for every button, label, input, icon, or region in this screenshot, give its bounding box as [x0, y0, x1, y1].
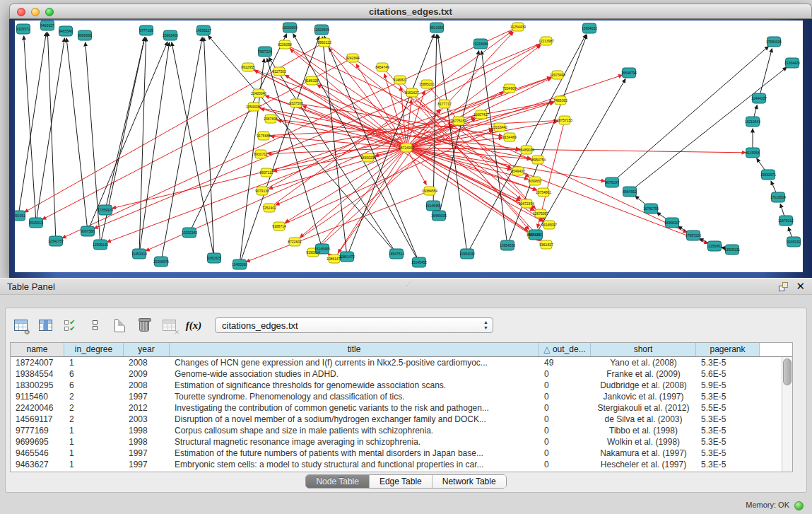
tab-network-table[interactable]: Network Table — [433, 475, 506, 488]
table-cell-short: de Silva et al. (2003) — [591, 414, 696, 425]
table-panel-header: Table Panel — [0, 278, 812, 295]
graph-node-label: 8813054 — [430, 25, 444, 30]
table-cell-pagerank: 5.6E-5 — [696, 368, 760, 380]
network-window: citations_edges.txt 18724007183002951938… — [9, 4, 812, 278]
graph-node-label: 9154469 — [502, 135, 517, 139]
graph-node-label: 9465546 — [59, 29, 73, 33]
table-cell-pagerank: 5.3E-5 — [696, 357, 760, 368]
column-header-in_degree[interactable]: in_degree — [64, 343, 124, 356]
table-cell-out_degree: 0 — [539, 391, 591, 402]
table-cell-year: 1997 — [124, 391, 170, 402]
table-tabs: Node TableEdge TableNetwork Table — [305, 474, 506, 489]
graph-node-label: 18954754 — [530, 158, 546, 162]
column-header-short[interactable]: short — [591, 343, 696, 356]
graph-node-label: 8960123 — [317, 40, 331, 45]
table-cell-pagerank: 5.3E-5 — [696, 448, 760, 459]
graph-node-label: 9175685 — [257, 134, 271, 138]
table-selector-dropdown[interactable]: citations_edges.txt — [215, 317, 493, 333]
table-row[interactable]: 977716911998Corpus callosum shape and si… — [11, 425, 792, 436]
table-row[interactable]: 1456911722003Disruption of a novel membe… — [11, 414, 792, 425]
table-cell-name: 9465546 — [11, 448, 64, 459]
table-row[interactable]: 1938455462009Genome-wide association stu… — [11, 368, 792, 380]
table-row[interactable]: 969969511998Structural magnetic resonanc… — [11, 436, 792, 448]
table-cell-short: Nakamura et al. (1997) — [591, 448, 696, 459]
select-column-icon[interactable] — [36, 316, 54, 334]
column-header-year[interactable]: year — [124, 343, 170, 356]
graph-node-label: 9242844 — [346, 56, 360, 60]
graph-node-label: 19218986 — [473, 42, 488, 46]
column-header-out_de[interactable]: △ out_de... — [539, 343, 591, 356]
graph-node-label: 17694026 — [766, 40, 782, 44]
graph-node-label: 9245032 — [787, 240, 801, 244]
float-panel-icon[interactable] — [779, 282, 788, 291]
table-panel: Table Panel f(x) — [0, 278, 812, 514]
network-canvas[interactable]: 1872400718300295193845548226058891295591… — [15, 21, 803, 272]
table-cell-title: Changes of HCN gene expression and I(f) … — [170, 357, 539, 368]
graph-node-label: 7252402 — [262, 206, 276, 210]
table-cell-title: Embryonic stem cells: a model to study s… — [170, 459, 539, 470]
memory-status-label: Memory: OK — [746, 501, 789, 509]
graph-node-label: 18547513 — [389, 252, 404, 256]
graph-node-label: 8964552 — [529, 233, 543, 237]
table-cell-out_degree: 0 — [539, 368, 591, 380]
table-cell-pagerank: 5.3E-5 — [696, 414, 760, 425]
table-scrollbar[interactable] — [782, 357, 792, 472]
graph-node-label: 9777169 — [139, 28, 153, 33]
column-header-name[interactable]: name — [11, 343, 64, 356]
graph-node-label: 9463627 — [40, 23, 54, 28]
tab-edge-table[interactable]: Edge Table — [370, 475, 433, 488]
table-cell-year: 2009 — [124, 368, 170, 380]
graph-node-label: 18724007 — [399, 146, 414, 150]
graph-node-label: 11451913 — [131, 252, 147, 256]
graph-node-label: 16489039 — [519, 148, 534, 152]
function-builder-icon[interactable]: f(x) — [184, 316, 203, 334]
graph-node-label: 7857224 — [258, 49, 272, 54]
table-row[interactable]: 2242004622012Investigating the contribut… — [11, 402, 792, 414]
table-cell-out_degree: 49 — [539, 357, 591, 368]
column-header-title[interactable]: title — [170, 343, 539, 356]
table-cell-in_degree: 1 — [64, 459, 124, 470]
resize-grip-icon[interactable] — [406, 281, 413, 286]
tab-node-table[interactable]: Node Table — [306, 475, 370, 488]
table-cell-in_degree: 1 — [64, 425, 124, 436]
graph-node-label: 8186328 — [305, 78, 319, 83]
graph-node-label: 10973493 — [550, 73, 565, 77]
table-cell-title: Structural magnetic resonance image aver… — [170, 436, 539, 448]
table-row[interactable]: 1830029562008Estimation of significance … — [11, 380, 792, 391]
table-row[interactable]: 946362711997Embryonic stem cells: a mode… — [11, 459, 792, 470]
graph-node-label: 13216442 — [492, 125, 507, 129]
table-cell-out_degree: 0 — [539, 380, 591, 391]
scrollbar-thumb[interactable] — [783, 358, 792, 385]
table-cell-year: 2003 — [124, 414, 170, 425]
table-cell-in_degree: 2 — [64, 391, 124, 402]
table-row[interactable]: 946554611997Estimation of the future num… — [11, 448, 792, 459]
graph-node-label: 8115958 — [746, 151, 759, 155]
table-cell-year: 2008 — [124, 357, 170, 368]
table-cell-name: 18300295 — [11, 380, 64, 391]
graph-node-label: 16033809 — [282, 25, 298, 30]
table-cell-out_degree: 0 — [539, 459, 591, 470]
table-cell-short: Yano et al. (2008) — [591, 357, 696, 368]
table-row[interactable]: 1872400712008Changes of HCN gene express… — [11, 357, 792, 368]
table-cell-title: Estimation of significance thresholds fo… — [170, 380, 539, 391]
table-cell-year: 1998 — [124, 425, 170, 436]
column-visibility-icon[interactable] — [61, 316, 79, 334]
delete-column-icon[interactable] — [135, 316, 153, 334]
table-cell-name: 14569117 — [11, 414, 64, 425]
close-panel-icon[interactable] — [796, 280, 805, 293]
node-table: namein_degreeyeartitle△ out_de...shortpa… — [10, 342, 793, 472]
graph-node-label: 9127503 — [272, 69, 286, 74]
column-header-pagerank[interactable]: pagerank — [696, 343, 760, 356]
graph-node-label: 9361825 — [207, 256, 221, 260]
graph-node-label: 8912955 — [241, 65, 255, 69]
graph-node-label: 9146821 — [393, 78, 407, 82]
new-column-icon[interactable] — [110, 316, 129, 334]
graph-node-label: 16489035 — [431, 214, 447, 218]
row-height-icon[interactable] — [86, 316, 104, 334]
graph-node-label: 8099657 — [528, 179, 542, 183]
window-titlebar[interactable]: citations_edges.txt — [9, 4, 812, 19]
table-settings-icon[interactable] — [11, 316, 30, 334]
graph-node-label: 12444157 — [751, 96, 767, 100]
table-row[interactable]: 911546021997Tourette syndrome. Phenomeno… — [11, 391, 792, 402]
desktop: citations_edges.txt 18724007183002951938… — [0, 0, 812, 514]
